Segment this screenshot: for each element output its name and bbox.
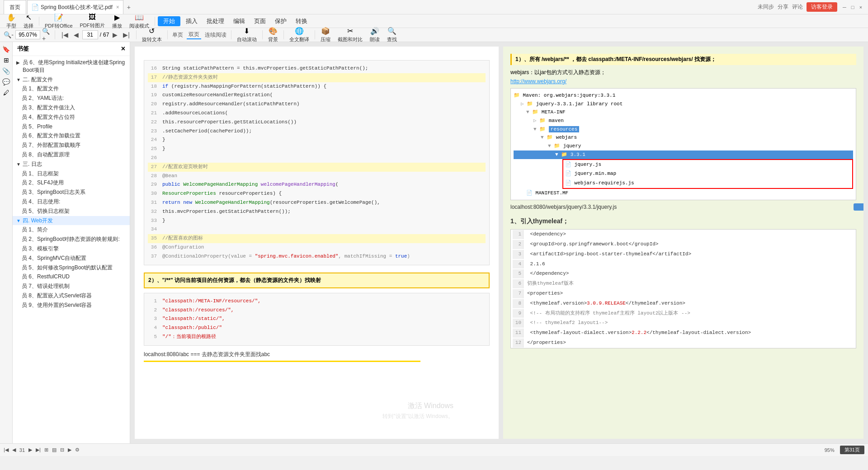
tree-item-2-4[interactable]: 员 4、配置文件占位符 bbox=[13, 113, 130, 122]
page-label-button[interactable]: 第31页 bbox=[840, 446, 864, 454]
tree-label-4-4: 员 4、SpringMVC自动配置 bbox=[22, 254, 126, 262]
select-icon: ↖ bbox=[26, 13, 32, 22]
tree-item-2-3[interactable]: 员 3、配置文件值注入 bbox=[13, 103, 130, 113]
maximize-button[interactable]: □ bbox=[849, 4, 856, 11]
tree-item-4-9[interactable]: 员 9、使用外置的Servlet容器 bbox=[13, 301, 130, 310]
tree-item-3-5[interactable]: 员 5、切换日志框架 bbox=[13, 207, 130, 216]
close-tab-icon[interactable]: × bbox=[116, 4, 119, 10]
sep9 bbox=[315, 30, 315, 39]
status-nav-last[interactable]: ▶| bbox=[36, 447, 41, 453]
rotate-button[interactable]: ↺ 旋转文本 bbox=[139, 26, 165, 44]
tree-item-3-2[interactable]: 员 2、SLF4J使用 bbox=[13, 178, 130, 188]
comment-sidebar-icon[interactable]: 💬 bbox=[2, 78, 10, 85]
single-view-button[interactable]: 单页 bbox=[170, 31, 185, 39]
convert-menu[interactable]: 转换 bbox=[292, 16, 311, 26]
tree-item-3-4[interactable]: 员 4、日志使用: bbox=[13, 197, 130, 207]
batch-menu[interactable]: 批处理 bbox=[203, 16, 228, 26]
status-view-icon1[interactable]: ⊞ bbox=[44, 447, 48, 453]
tree-item-4-2[interactable]: 员 2、SpringBoot对静态资源的映射规则: bbox=[13, 235, 130, 244]
file-tree-item-metainf: ▼ 📁 META-INF bbox=[514, 108, 853, 117]
tree-item-3-3[interactable]: 员 3、SpringBoot日志关系 bbox=[13, 188, 130, 197]
sidebar: 书签 × ▶ 员 6、使用Spring Initializer快速创建Sprin… bbox=[13, 42, 130, 443]
status-view-icon3[interactable]: ⊟ bbox=[60, 447, 64, 453]
page-number-input[interactable] bbox=[82, 30, 98, 39]
protect-menu[interactable]: 保护 bbox=[271, 16, 290, 26]
comment-icon[interactable]: 评论 bbox=[792, 3, 803, 11]
tree-item-4-5[interactable]: 员 5、如何修改SpringBoot的默认配置 bbox=[13, 263, 130, 273]
pdf-to-img-button[interactable]: 🖼 PDF转图片 bbox=[77, 12, 108, 30]
section1-link[interactable]: http://www.webjars.org/ bbox=[510, 78, 856, 85]
tree-item-2-8[interactable]: 员 8、自动配置原理 bbox=[13, 150, 130, 160]
insert-menu[interactable]: 插入 bbox=[182, 16, 201, 26]
select-tool-button[interactable]: ↖ 选择 bbox=[21, 12, 36, 30]
sidebar-header: 书签 × bbox=[13, 42, 130, 56]
hand-icon: ✋ bbox=[7, 13, 16, 22]
tree-item-4-8[interactable]: 员 8、配置嵌入式Servlet容器 bbox=[13, 291, 130, 301]
page-menu[interactable]: 页面 bbox=[250, 16, 269, 26]
double-view-button[interactable]: 双页 bbox=[187, 31, 201, 39]
tree-item-2-2[interactable]: 员 2、YAML语法: bbox=[13, 94, 130, 103]
hand-tool-button[interactable]: ✋ 手型 bbox=[4, 12, 19, 30]
stamp-icon[interactable]: 🖊 bbox=[3, 89, 9, 96]
status-view-icon2[interactable]: ▤ bbox=[52, 447, 57, 453]
minimize-button[interactable]: ─ bbox=[841, 4, 848, 11]
prev-page-button[interactable]: ◀ bbox=[72, 30, 80, 39]
arrow-4: ▼ bbox=[16, 218, 22, 224]
tree-item-4-1[interactable]: 员 1、简介 bbox=[13, 225, 130, 235]
first-page-button[interactable]: |◀ bbox=[60, 30, 70, 39]
compress-button[interactable]: 📦 压缩 bbox=[318, 26, 333, 44]
search-button[interactable]: 🔍 查找 bbox=[384, 26, 400, 44]
tree-label-3-4: 员 4、日志使用: bbox=[22, 198, 126, 206]
sidebar-icon-strip: 🔖 ⊞ 📎 💬 🖊 bbox=[0, 42, 13, 443]
zoom-in-button[interactable]: 🔍+ bbox=[42, 30, 52, 40]
translate-button[interactable]: 🌐 全文翻译 bbox=[287, 26, 312, 44]
tree-label-4-9: 员 9、使用外置的Servlet容器 bbox=[22, 301, 126, 309]
read-button[interactable]: 🔊 朗读 bbox=[367, 26, 382, 44]
tree-item-2-6[interactable]: 员 6、配置文件加载位置 bbox=[13, 131, 130, 141]
share-icon[interactable]: 分享 bbox=[778, 3, 788, 11]
right-edge-button[interactable]: ​ bbox=[854, 203, 863, 211]
tree-item-4-4[interactable]: 员 4、SpringMVC自动配置 bbox=[13, 254, 130, 263]
auto-scroll-button[interactable]: ⬇ 自动滚动 bbox=[234, 26, 259, 44]
tree-item-4-6[interactable]: 员 6、RestfulCRUD bbox=[13, 272, 130, 282]
tree-item-1[interactable]: ▶ 员 6、使用Spring Initializer快速创建Spring Boo… bbox=[13, 58, 130, 75]
attachment-icon[interactable]: 📎 bbox=[2, 67, 10, 75]
screenshot-icon: ✂ bbox=[347, 27, 353, 35]
tree-item-4-7[interactable]: 员 7、错误处理机制 bbox=[13, 282, 130, 291]
edit-menu[interactable]: 编辑 bbox=[230, 16, 249, 26]
tree-label-3-3: 员 3、SpringBoot日志关系 bbox=[22, 188, 126, 196]
status-nav-first[interactable]: |◀ bbox=[4, 447, 9, 453]
background-button[interactable]: 🎨 背景 bbox=[265, 26, 281, 44]
tree-item-4-3[interactable]: 员 3、模板引擎 bbox=[13, 244, 130, 254]
status-nav-prev[interactable]: ◀ bbox=[12, 447, 16, 453]
open-button[interactable]: 开始 bbox=[158, 16, 180, 26]
bookmark-icon[interactable]: 🔖 bbox=[2, 46, 10, 53]
status-nav-next[interactable]: ▶ bbox=[28, 447, 32, 453]
continuous-view-button[interactable]: 连续阅读 bbox=[203, 31, 228, 39]
sep8 bbox=[283, 30, 284, 39]
image-icon: 🖼 bbox=[89, 13, 96, 21]
pdf-tab[interactable]: 📄 Spring Boot核心技术-笔记.pdf × bbox=[27, 0, 123, 14]
close-button[interactable]: × bbox=[857, 4, 864, 11]
tree-section-4[interactable]: ▼ 四. Web开发 bbox=[13, 216, 130, 226]
tree-item-2-5[interactable]: 员 5、Profile bbox=[13, 122, 130, 132]
next-page-button[interactable]: ▶ bbox=[111, 30, 119, 39]
status-settings-icon[interactable]: ⚙ bbox=[75, 447, 80, 453]
tree-section-2[interactable]: ▼ 二. 配置文件 bbox=[13, 75, 130, 85]
last-page-button[interactable]: ▶| bbox=[121, 30, 132, 39]
add-tab-button[interactable]: + bbox=[123, 3, 134, 12]
sidebar-content: ▶ 员 6、使用Spring Initializer快速创建Spring Boo… bbox=[13, 56, 130, 443]
pdf-page: 16 String staticPathPattern = this.mvcPr… bbox=[130, 42, 868, 443]
zoom-out-button[interactable]: 🔍- bbox=[4, 30, 14, 40]
status-play-icon[interactable]: ▶ bbox=[68, 447, 71, 453]
thumbnail-icon[interactable]: ⊞ bbox=[4, 56, 9, 64]
tree-section-3[interactable]: ▼ 三. 日志 bbox=[13, 160, 130, 169]
visitor-login-button[interactable]: 访客登录 bbox=[807, 2, 837, 12]
play-button[interactable]: ▶ 播放 bbox=[109, 12, 125, 30]
zoom-input[interactable] bbox=[15, 30, 40, 39]
tree-item-3-1[interactable]: 员 1、日志框架 bbox=[13, 169, 130, 179]
tree-item-2-1[interactable]: 员 1、配置文件 bbox=[13, 84, 130, 94]
tree-item-2-7[interactable]: 员 7、外部配置加载顺序 bbox=[13, 141, 130, 150]
screenshot-button[interactable]: ✂ 截图和对比 bbox=[335, 26, 365, 44]
sidebar-close-button[interactable]: × bbox=[121, 45, 125, 53]
